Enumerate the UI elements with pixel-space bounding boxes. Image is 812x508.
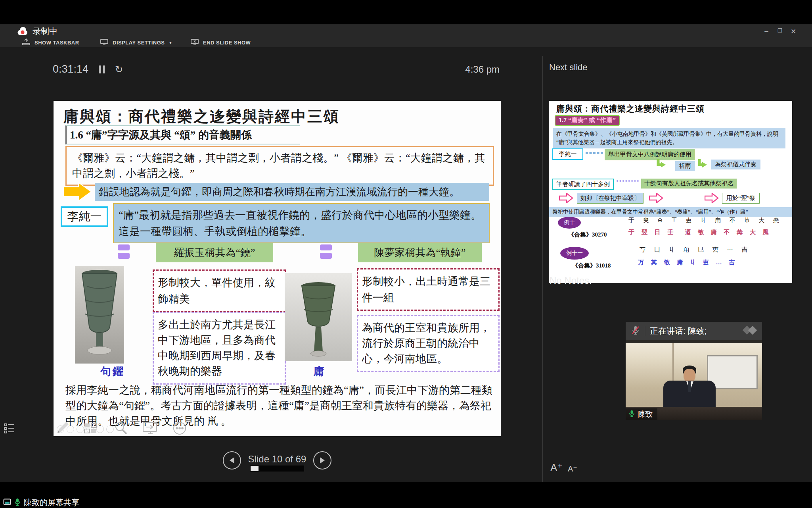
equals-icon (320, 244, 332, 261)
slide-title: 庸與頌：商代禮樂之迻變與詩經中三頌 (63, 106, 340, 127)
pause-timer-button[interactable] (99, 65, 105, 73)
usage-terms-strip: 祭祀中使用庸這種樂器，在甲骨文中常稱為“庸奏”、“奏庸”、“庸用”、“乍（作）庸… (549, 207, 792, 217)
example11-reading: 万 其 敂 庸 丩 叀 … 吉 (638, 259, 737, 266)
pen-tool-button[interactable] (54, 420, 70, 438)
next-arrow-icon (320, 457, 325, 464)
mic-on-icon (14, 498, 21, 508)
meeting-logo (741, 325, 758, 337)
dash-connector (586, 152, 603, 154)
slide-progress-fill (251, 466, 259, 471)
example11-source: 《合集》31018 (572, 262, 611, 269)
pause-icon (103, 65, 105, 73)
more-icon (172, 420, 188, 436)
display-settings-label: DISPLAY SETTINGS (113, 40, 165, 46)
next-slide-button[interactable] (313, 451, 331, 470)
divider (645, 326, 645, 336)
pink-arrow-icon (705, 193, 719, 203)
clock: 4:36 pm (460, 64, 500, 75)
close-button[interactable]: ✕ (787, 27, 800, 36)
dot-connector (617, 180, 639, 182)
accompany-box: 為祭祀儀式伴奏 (711, 160, 760, 169)
person-face (684, 369, 695, 382)
maximize-button[interactable]: ❐ (773, 27, 787, 36)
speaker-video-widget[interactable]: 正在讲话: 陳致; 陳致 (626, 322, 762, 420)
increase-notes-font-button[interactable]: A⁺ (550, 462, 563, 474)
section-badge: 1.7 “庸奏” 或 “作庸” (555, 115, 620, 126)
timer-bar: 0:31:14 ↻ (53, 63, 123, 75)
erya-quote-box: 《爾雅》云：“大鐘謂之鏞，其中謂之剽，小者謂之棧。” 《爾雅》云：“大鐘謂之鏞，… (65, 146, 494, 186)
show-taskbar-button[interactable]: SHOW TASKBAR (22, 38, 79, 47)
display-settings-button[interactable]: DISPLAY SETTINGS ▼ (100, 38, 172, 47)
ancestor-names-box: 十餘句有殷人祖先名或其他祭祀名 (641, 179, 737, 189)
more-options-button[interactable] (172, 420, 188, 438)
pause-icon (99, 65, 101, 73)
elapsed-timer: 0:31:14 (53, 63, 88, 75)
yong-label: 庸 (314, 364, 324, 379)
badge-text: “庸奏” 或 “作庸” (568, 117, 616, 123)
show-taskbar-icon (22, 38, 31, 47)
pen-icon (54, 420, 70, 436)
type2-feature-box: 形制較小，出土時通常是三件一組 (357, 268, 500, 311)
navigator-icon (3, 422, 16, 435)
share-label: 陳致的屏幕共享 (24, 497, 79, 508)
speaking-label: 正在讲话: 陳致; (650, 325, 707, 337)
magnifier-icon (113, 420, 129, 436)
previous-slide-button[interactable] (223, 451, 241, 470)
gou-diao-photo (75, 266, 124, 364)
current-slide[interactable]: 庸與頌：商代禮樂之迻變與詩經中三頌 1.6 “庸”字字源及其與 “頌” 的音義關… (54, 101, 501, 436)
end-slide-show-label: END SLIDE SHOW (203, 40, 251, 46)
display-switch-icon (142, 420, 159, 436)
window-controls: – ❐ ✕ (760, 27, 800, 36)
bronze-bell-image (75, 266, 124, 364)
minimize-button[interactable]: – (760, 27, 773, 36)
screen-share-indicator[interactable]: 陳致的屏幕共享 (3, 497, 79, 508)
elbow-arrow-icon (697, 159, 707, 169)
speaker-name: 陳致 (638, 409, 653, 419)
yi-rite-box: 用於“翌”祭 (722, 193, 760, 204)
see-all-slides-button[interactable] (83, 420, 99, 438)
li-chunyi-box-small: 李純一 (552, 148, 583, 160)
share-window-icon (3, 498, 11, 508)
display-settings-icon (100, 38, 109, 47)
li-chunyi-quote-box: “庸”最初就是指那些過去一直被視作鐃的，盛行於商代中心地區的小型樂鐘。這是一種帶… (113, 203, 490, 243)
display-switch-button[interactable] (142, 420, 159, 438)
presenter-view-window: 录制中 SHOW TASKBAR DISPLAY SETTINGS ▼ (0, 24, 812, 483)
slide-sorter-icon (83, 420, 99, 436)
end-slide-show-button[interactable]: END SLIDE SHOW (190, 38, 251, 47)
recording-label: 录制中 (33, 26, 57, 37)
decrease-notes-font-button[interactable]: A⁻ (568, 464, 577, 473)
show-taskbar-label: SHOW TASKBAR (34, 40, 79, 46)
chevron-down-icon: ▼ (169, 41, 172, 45)
slide-navigator-button[interactable] (3, 422, 16, 436)
prev-arrow-icon (230, 457, 234, 464)
type2-usage-box: 為商代的王室和貴族所用，流行於原商王朝的統治中心，今河南地區。 (357, 315, 500, 372)
example10-reading: 于 翌 日 壬 迺 敂 庸 不 冓 大 風 (628, 229, 772, 236)
badge-number: 1.7 (559, 117, 567, 123)
chen-mengjia-box: 陳夢家稱其為“執鐘” (358, 243, 482, 262)
example10-oval: 例十 (558, 217, 581, 229)
mic-on-icon (629, 410, 635, 419)
restart-timer-button[interactable]: ↻ (115, 64, 123, 75)
bronze-bell-image (285, 273, 352, 361)
oracle-intro-box: 在《甲骨文合集》、《小屯南地甲骨》和《英國所藏甲骨集》中，有大量的甲骨資料，說明… (553, 128, 785, 148)
next-slide-thumbnail[interactable]: 庸與頌：商代禮樂之迻變與詩經中三頌 1.7 “庸奏” 或 “作庸” 在《甲骨文合… (549, 101, 792, 283)
li-chunyi-box: 李純一 (61, 206, 108, 227)
oracle-glyph-row: 丂 凵 丩 甪 㔾 叀 ⋯ 吉 (640, 246, 751, 254)
equals-icon (118, 244, 130, 261)
conclusion-paragraph: 採用李純一之說，稱商代河南地區流行的第一種類型的鐘為“庸”，而長江中下游的第二種… (65, 383, 494, 429)
yellow-arrow-icon (63, 182, 93, 202)
example10-source: 《合集》30270 (568, 231, 607, 239)
pink-arrow-icon (649, 193, 663, 203)
screen: 录制中 SHOW TASKBAR DISPLAY SETTINGS ▼ (0, 0, 812, 508)
gou-diao-label: 句鑃 (100, 364, 125, 379)
mic-muted-icon (631, 325, 640, 337)
rain-box: 祈雨 (675, 161, 695, 171)
misconception-box: 錯誤地認為就是句鑃，即商周之際和春秋時期在南方江漢流域流行的一種大鐘。 (95, 183, 489, 201)
zoom-slide-button[interactable] (113, 420, 129, 438)
person-tie (688, 381, 691, 392)
example11-oval: 例十一 (560, 247, 589, 260)
taskbar: 陳致的屏幕共享 (0, 482, 812, 508)
recording-indicator: 录制中 (17, 26, 57, 37)
elbow-arrow-icon (655, 159, 666, 169)
luo-zhenyu-box: 羅振玉稱其為“鐃” (156, 243, 273, 262)
